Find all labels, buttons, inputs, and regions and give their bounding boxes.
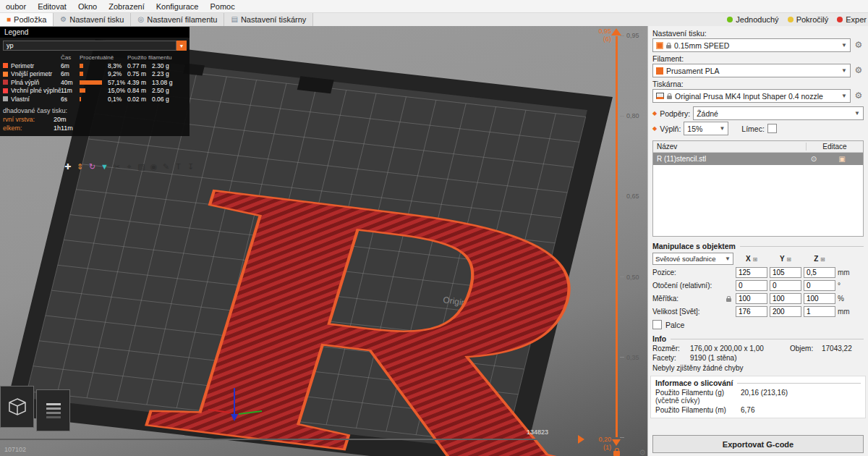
text-emboss-icon[interactable]: T <box>173 161 184 172</box>
preview-view-thumbnail[interactable] <box>36 389 70 431</box>
support-paint-icon[interactable]: ▨ <box>136 161 147 172</box>
rotation-y-input[interactable] <box>770 280 801 291</box>
inches-checkbox[interactable] <box>652 320 662 329</box>
printer-preset-dropdown[interactable]: Original Prusa MK4 Input Shaper 0.4 nozz… <box>652 89 851 103</box>
rotation-z-input[interactable] <box>804 280 835 291</box>
menu-help[interactable]: Pomoc <box>204 2 240 11</box>
manipulation-title: Manipulace s objektem <box>652 242 864 250</box>
editing-icon[interactable]: ▣ <box>821 155 863 163</box>
mode-expert-label: Exper <box>846 15 867 24</box>
moves-slider-track[interactable] <box>0 439 583 440</box>
printer-settings-gear-icon[interactable]: ⚙ <box>854 90 864 102</box>
editor-view-thumbnail[interactable] <box>0 386 34 428</box>
eye-icon[interactable]: ⊙ <box>807 155 821 163</box>
axis-header-y: Y ⊞ <box>770 255 801 263</box>
advanced-mode-dot-icon <box>788 17 793 22</box>
seam-paint-icon[interactable]: ◉ <box>148 161 159 172</box>
object-list: Název Editace R (11)stencil.stl ⊙ ▣ <box>652 140 864 237</box>
chevron-down-icon: ▼ <box>719 125 725 132</box>
info-title: Info <box>652 334 864 343</box>
sidebar: Nastavení tisku: 0.15mm SPEED ▼ ⚙ Filame… <box>647 26 868 456</box>
layer-slider[interactable]: 0,95 (6) 0,95 0,80 0,65 0,50 0,35 0,20 0… <box>590 26 647 456</box>
chevron-down-icon: ▼ <box>841 42 847 48</box>
world-axis-icon: ⊞ <box>752 256 757 263</box>
menu-edit[interactable]: Editovat <box>32 2 72 11</box>
printer-label: Tiskárna: <box>652 80 864 88</box>
mmu-paint-icon[interactable]: ✎ <box>161 161 171 172</box>
cut-icon[interactable]: ✂ <box>111 161 122 172</box>
size-y-input[interactable] <box>770 306 801 317</box>
moves-slider-handle[interactable] <box>578 435 584 444</box>
gizmo-toolbar: ✚ ⇕ ↻ ▼ ✂ ⌖ ▨ ◉ ✎ T ↧ <box>62 161 196 172</box>
uniform-scale-lock-icon[interactable] <box>726 298 731 302</box>
object-list-header: Název Editace <box>653 141 863 153</box>
size-z-input[interactable] <box>804 306 835 317</box>
infill-value: 15% <box>687 124 702 133</box>
coordinate-space-dropdown[interactable]: Světové souřadnice ▼ <box>652 253 733 265</box>
chevron-down-icon: ▼ <box>854 110 860 117</box>
moves-slider-value: 134823 <box>527 428 548 436</box>
filament-used-g-row: Použito Filamentu (g) 20,16 (213,16) <box>655 389 861 397</box>
brim-checkbox[interactable] <box>767 124 777 133</box>
export-gcode-button[interactable]: Exportovat G-code <box>652 435 864 453</box>
mode-expert[interactable]: Exper <box>837 15 867 24</box>
view-type-dropdown[interactable]: yp <box>3 41 176 51</box>
prusaslicer-window: oubor Editovat Okno Zobrazení Konfigurac… <box>0 0 868 456</box>
svg-emboss-icon[interactable]: ↧ <box>185 161 196 172</box>
view-type-dropdown-arrow-icon[interactable]: ▼ <box>176 41 187 51</box>
position-z-input[interactable] <box>804 267 835 278</box>
slider-settings-gear-icon[interactable]: ⚙ <box>639 448 646 456</box>
world-axis-icon: ⊞ <box>820 256 825 263</box>
simple-mode-dot-icon <box>727 17 733 22</box>
supports-dropdown[interactable]: Žádné ▼ <box>693 106 864 120</box>
legend-row-top-solid-infill: Vrchní plné výplně11m 15,0% 0.84 m2.50 g <box>0 87 190 96</box>
coordinate-space-value: Světové souřadnice <box>655 255 715 263</box>
menu-window[interactable]: Okno <box>72 2 103 11</box>
sliced-info-title: Informace o slicování <box>655 379 861 387</box>
rotation-x-input[interactable] <box>736 280 767 291</box>
first-layer-time-row: rvní vrstva: 20m <box>0 115 190 124</box>
tabbar: ■ Podložka ⚙ Nastavení tisku ◎ Nastavení… <box>0 13 868 27</box>
layer-slider-track[interactable] <box>616 36 618 437</box>
mode-advanced[interactable]: Pokročilý <box>788 15 829 24</box>
supports-label: Podpěry: <box>660 109 690 118</box>
tab-plater-label: Podložka <box>14 15 46 24</box>
feature-color-chip <box>3 63 8 68</box>
rotate-icon[interactable]: ↻ <box>87 161 98 172</box>
object-list-row[interactable]: R (11)stencil.stl ⊙ ▣ <box>653 153 863 165</box>
legend-row-perimeter: Perimetr6m 8,3% 0.77 m2.30 g <box>0 62 190 70</box>
feature-color-chip <box>3 88 8 93</box>
tab-print-settings[interactable]: ⚙ Nastavení tisku <box>54 13 131 26</box>
chevron-down-icon: ▼ <box>725 256 731 262</box>
filament-color-icon <box>656 67 663 75</box>
print-settings-gear-icon[interactable]: ⚙ <box>854 39 864 51</box>
axis-header-z: Z ⊞ <box>804 255 835 263</box>
tab-plater[interactable]: ■ Podložka <box>0 13 54 26</box>
estimated-times-header: dhadované časy tisku: <box>0 104 190 115</box>
3d-viewport[interactable]: MK4 Original Prusa R Legend yp ▼ <box>0 26 647 456</box>
tab-filament-settings[interactable]: ◎ Nastavení filamentu <box>131 13 224 26</box>
position-x-input[interactable] <box>736 267 767 278</box>
menu-file[interactable]: oubor <box>0 2 32 11</box>
place-on-face-icon[interactable]: ▼ <box>99 161 110 172</box>
infill-dropdown[interactable]: 15% ▼ <box>684 122 728 135</box>
mode-simple[interactable]: Jednoduchý <box>727 15 778 24</box>
position-y-input[interactable] <box>770 267 801 278</box>
measure-icon[interactable]: ⌖ <box>124 161 135 172</box>
printer-icon <box>656 93 664 99</box>
menu-view[interactable]: Zobrazení <box>103 2 150 11</box>
scale-icon[interactable]: ⇕ <box>75 161 85 172</box>
scale-z-input[interactable] <box>804 293 835 304</box>
filament-settings-gear-icon[interactable]: ⚙ <box>854 64 864 77</box>
move-icon[interactable]: ✚ <box>62 161 73 172</box>
filament-preset-dropdown[interactable]: Prusament PLA ▼ <box>652 64 851 77</box>
slider-lock-icon[interactable] <box>613 451 620 456</box>
scale-x-input[interactable] <box>736 293 767 304</box>
scale-y-input[interactable] <box>770 293 801 304</box>
layers-icon <box>43 400 64 421</box>
tab-printer-settings[interactable]: ▤ Nastavení tiskárny <box>224 13 313 26</box>
mode-advanced-label: Pokročilý <box>796 15 829 24</box>
print-preset-dropdown[interactable]: 0.15mm SPEED ▼ <box>652 38 851 52</box>
menu-configuration[interactable]: Konfigurace <box>150 2 205 11</box>
size-x-input[interactable] <box>736 306 767 317</box>
